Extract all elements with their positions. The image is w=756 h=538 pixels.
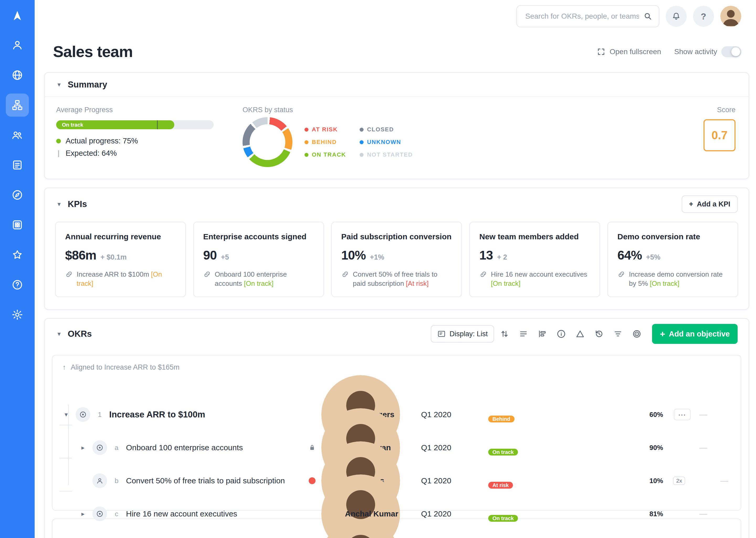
avatar-image: [720, 6, 741, 27]
globe-icon: [11, 69, 24, 81]
legend-label: BEHIND: [312, 139, 337, 145]
kpi-title: Annual recurring revenue: [65, 232, 176, 241]
help-button[interactable]: ?: [693, 6, 714, 27]
show-activity-toggle[interactable]: [721, 46, 741, 57]
fullscreen-icon: [597, 48, 605, 56]
kpi-card[interactable]: New team members added 13+ 2 Hire 16 new…: [469, 222, 600, 297]
user-avatar[interactable]: [720, 6, 741, 27]
kpi-delta: +5: [221, 253, 229, 261]
row-index: c: [111, 510, 122, 518]
group-view-button[interactable]: [534, 325, 551, 342]
collapse-okrs-caret-icon[interactable]: ▾: [56, 330, 63, 338]
open-fullscreen-label: Open fullscreen: [609, 48, 661, 56]
owner-avatar[interactable]: [321, 519, 400, 538]
legend-label: UNKNOWN: [367, 139, 401, 145]
status-badge: On track: [488, 449, 518, 456]
legend-item: NOT STARTED: [359, 151, 413, 158]
kpi-delta: + 2: [497, 253, 507, 261]
info-button[interactable]: [553, 325, 570, 342]
legend-label: CLOSED: [367, 126, 394, 133]
legend-label: ON TRACK: [312, 151, 346, 158]
kpi-link-text[interactable]: Hire 16 new account executives: [491, 270, 587, 278]
search-box[interactable]: [516, 5, 659, 27]
kpi-card[interactable]: Annual recurring revenue $86m+ $0.1m Inc…: [55, 222, 186, 297]
sidebar-item-reports[interactable]: [6, 153, 29, 177]
link-icon: [479, 270, 487, 278]
kpi-delta: + $0.1m: [101, 253, 127, 261]
help-icon: [11, 279, 24, 291]
kpi-value: 13: [479, 248, 493, 262]
key-result-row[interactable]: ▸ a Onboard 100 enterprise accounts Jame…: [53, 408, 741, 441]
legend-item: CLOSED: [359, 126, 413, 133]
status-badge: On track: [58, 121, 87, 128]
average-progress-block: Average Progress On track Actual progres…: [56, 106, 229, 167]
kpi-card[interactable]: Paid subscription conversion 10%+1% Conv…: [331, 222, 462, 297]
okrs-by-status-label: OKRS by status: [243, 106, 413, 114]
sidebar-item-favorites[interactable]: [6, 243, 29, 266]
add-kpi-button[interactable]: + Add a KPI: [682, 195, 737, 213]
legend-dot: [359, 128, 363, 132]
progress-percent: 81%: [644, 510, 673, 518]
display-icon: [437, 329, 446, 338]
link-icon: [341, 270, 349, 278]
expected-progress-text: Expected: 64%: [66, 149, 117, 158]
kpi-card[interactable]: Demo conversion rate 64%+5% Increase dem…: [607, 222, 738, 297]
page-header: Sales team Open fullscreen Show activity: [53, 42, 741, 61]
key-result-row[interactable]: b Convert 50% of free trials to paid sub…: [53, 441, 741, 474]
average-progress-bar: On track: [56, 120, 214, 129]
caret-right-icon[interactable]: ▸: [77, 510, 89, 517]
history-button[interactable]: [591, 325, 607, 342]
arrow-up-icon: ↑: [63, 363, 66, 371]
focus-button[interactable]: [629, 325, 645, 342]
org-chart-icon: [11, 99, 24, 111]
expected-tick-icon: |: [56, 149, 61, 157]
sidebar-item-apps[interactable]: [6, 213, 29, 237]
kpi-value: $86m: [65, 248, 96, 262]
objective-row[interactable]: ▾ 1 Increase ARR to $100m Chris Rogers Q…: [53, 375, 741, 408]
sidebar-item-settings[interactable]: [6, 303, 29, 326]
list-view-button[interactable]: [515, 325, 532, 342]
notifications-button[interactable]: [666, 6, 687, 27]
alignment-row[interactable]: ↑ Aligned to Increase ARR to $165m: [53, 355, 741, 375]
collapse-kpis-caret-icon[interactable]: ▾: [56, 200, 63, 208]
kpi-card[interactable]: Enterprise accounts signed 90+5 Onboard …: [193, 222, 324, 297]
legend-item: AT RISK: [305, 126, 346, 133]
sidebar-item-org-chart[interactable]: [6, 93, 29, 117]
display-mode-button[interactable]: Display: List: [431, 325, 494, 343]
open-fullscreen-button[interactable]: Open fullscreen: [597, 48, 661, 56]
summary-card: ▾ Summary Average Progress On track Actu…: [44, 72, 749, 179]
actual-progress-dot: [56, 139, 61, 143]
sidebar-item-teams[interactable]: [6, 124, 29, 146]
key-result-title[interactable]: Hire 16 new account executives: [126, 510, 237, 518]
page-title: Sales team: [53, 42, 133, 61]
filter-button[interactable]: [609, 325, 626, 342]
objective-row[interactable]: ▾ 2 Develop and expand vibrant partner e…: [53, 519, 741, 538]
kpi-link-text[interactable]: Increase ARR to $100m: [77, 270, 149, 278]
summary-title: Summary: [68, 80, 107, 89]
search-input[interactable]: [525, 12, 639, 21]
sidebar-item-help[interactable]: [6, 273, 29, 296]
page-content: Sales team Open fullscreen Show activity…: [35, 32, 756, 538]
sidebar-item-profile[interactable]: [6, 34, 29, 57]
kpi-value: 10%: [341, 248, 366, 262]
legend-label: NOT STARTED: [367, 151, 413, 158]
sidebar-item-company[interactable]: [6, 64, 29, 87]
add-objective-button[interactable]: + Add an objective: [652, 324, 737, 344]
sidebar-item-explore[interactable]: [6, 183, 29, 206]
okrs-title: OKRs: [68, 329, 92, 339]
legend-item: ON TRACK: [305, 151, 346, 158]
legend-dot: [359, 153, 363, 157]
search-icon: [643, 12, 653, 21]
collapse-summary-caret-icon[interactable]: ▾: [56, 81, 63, 88]
key-result-row[interactable]: ▸ c Hire 16 new account executives Ancha…: [53, 474, 741, 508]
display-mode-label: Display: List: [450, 330, 488, 338]
app-logo[interactable]: [6, 5, 29, 26]
sort-icon: [499, 329, 509, 339]
legend-dot: [359, 140, 363, 144]
warnings-button[interactable]: [572, 325, 589, 342]
sort-button[interactable]: [496, 325, 513, 342]
no-score-dash: —: [691, 510, 715, 518]
actual-progress-text: Actual progress: 75%: [66, 136, 138, 145]
list-icon: [518, 329, 528, 339]
question-mark-icon: ?: [701, 11, 706, 22]
